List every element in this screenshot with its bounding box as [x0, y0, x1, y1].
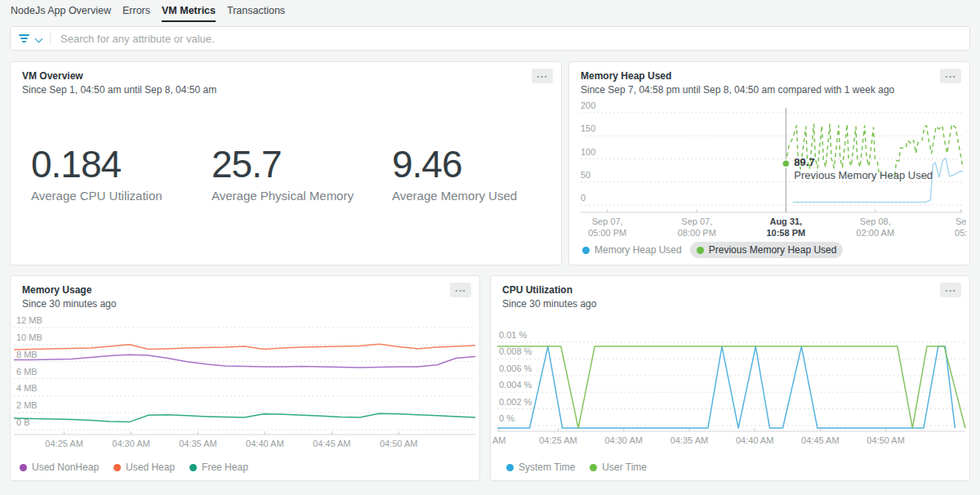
- x-axis-label: 04:25 AM: [45, 438, 82, 449]
- vm-overview-stats: 0.184Average CPU Utilization25.7Average …: [31, 145, 562, 203]
- stat-average-cpu-utilization: 0.184Average CPU Utilization: [31, 145, 212, 203]
- x-axis-label: 04:50 AM: [380, 438, 417, 449]
- y-axis-label: 4 MB: [16, 383, 38, 394]
- legend-item-system-time[interactable]: System Time: [500, 459, 581, 475]
- y-axis-label: 0.008 %: [499, 346, 532, 357]
- stat-label: Average CPU Utilization: [31, 189, 212, 203]
- stat-value: 0.184: [31, 145, 212, 183]
- x-axis-label: 04:50 AM: [866, 435, 904, 446]
- stat-average-memory-used: 9.46Average Memory Used: [392, 145, 562, 203]
- panel-subtitle: Since Sep 1, 04:50 am until Sep 8, 04:50…: [22, 84, 550, 97]
- tooltip-dot: [782, 160, 790, 167]
- memory_usage-plot-area[interactable]: [11, 276, 479, 441]
- x-axis-label: Aug 31, 10:58 PM: [766, 216, 805, 239]
- search-bar[interactable]: [10, 26, 970, 51]
- x-axis-label: 04:40 AM: [246, 438, 283, 449]
- legend-dot-icon: [114, 464, 121, 471]
- tab-nodejs-app-overview[interactable]: NodeJs App Overview: [11, 5, 111, 20]
- panel-vm-overview: VM Overview Since Sep 1, 04:50 am until …: [10, 61, 562, 265]
- x-axis-label: 04:35 AM: [670, 435, 708, 446]
- legend-dot-icon: [582, 247, 590, 254]
- y-axis-label: 100: [581, 147, 595, 158]
- legend-label: Used NonHeap: [32, 462, 99, 473]
- tooltip-label: Previous Memory Heap Used: [794, 169, 933, 182]
- panel-cpu-utilization: CPU Utilization Since 30 minutes ago 0 %…: [490, 275, 970, 481]
- legend-dot-icon: [697, 247, 704, 254]
- legend-label: Used Heap: [126, 462, 175, 473]
- search-input[interactable]: [59, 32, 961, 46]
- y-axis-label: 10 MB: [16, 332, 42, 343]
- legend-dot-icon: [20, 464, 27, 471]
- y-axis-label: 12 MB: [16, 315, 42, 326]
- y-axis-label: 0.002 %: [499, 397, 532, 408]
- chart-legend: System TimeUser Time: [500, 459, 653, 475]
- series-free-heap: [14, 413, 475, 421]
- chart-legend: Used NonHeapUsed HeapFree Heap: [13, 459, 255, 475]
- tab-errors[interactable]: Errors: [122, 5, 150, 20]
- chevron-down-icon[interactable]: [35, 35, 42, 42]
- chart-legend: Memory Heap UsedPrevious Memory Heap Use…: [576, 242, 843, 258]
- y-axis-label: 0: [581, 193, 586, 203]
- legend-dot-icon: [189, 464, 197, 471]
- x-axis-label: 04:45 AM: [801, 435, 839, 446]
- panel-memory-usage: Memory Usage Since 30 minutes ago 0 B2 M…: [10, 275, 480, 481]
- x-axis-label: Sep 07, 08:00 PM: [678, 216, 716, 239]
- legend-item-used-heap[interactable]: Used Heap: [107, 459, 181, 475]
- legend-item-previous-memory-heap-used[interactable]: Previous Memory Heap Used: [690, 242, 844, 258]
- tab-transactions[interactable]: Transactions: [227, 5, 285, 20]
- stat-value: 25.7: [212, 145, 392, 183]
- filter-lines-icon[interactable]: [19, 34, 29, 42]
- legend-dot-icon: [506, 464, 514, 471]
- y-axis-label: 50: [581, 170, 590, 181]
- y-axis-label: 0 %: [499, 413, 514, 424]
- x-axis-label: Sep 07, 05:00 PM: [588, 216, 626, 239]
- x-axis-label: 04:45 AM: [313, 438, 350, 449]
- chart-tooltip: 89.7Previous Memory Heap Used: [794, 156, 933, 182]
- y-axis-label: 6 MB: [16, 367, 38, 377]
- y-axis-label: 0.006 %: [499, 363, 532, 374]
- legend-item-memory-heap-used[interactable]: Memory Heap Used: [576, 242, 688, 258]
- search-divider: [50, 32, 51, 45]
- cpu-plot-area[interactable]: [491, 276, 969, 438]
- x-axis-label: 04:30 AM: [112, 438, 149, 449]
- tab-vm-metrics[interactable]: VM Metrics: [162, 5, 216, 22]
- panel-header: VM Overview Since Sep 1, 04:50 am until …: [11, 62, 561, 97]
- memory_heap-plot-area[interactable]: [569, 62, 969, 219]
- stat-average-physical-memory: 25.7Average Physical Memory: [212, 145, 392, 203]
- y-axis-label: 8 MB: [16, 350, 38, 360]
- legend-label: Previous Memory Heap Used: [709, 244, 837, 256]
- legend-item-used-nonheap[interactable]: Used NonHeap: [13, 459, 105, 475]
- y-axis-label: 0.01 %: [499, 330, 527, 341]
- legend-label: System Time: [519, 462, 575, 473]
- ellipsis-icon[interactable]: [532, 69, 553, 83]
- legend-dot-icon: [590, 464, 597, 471]
- legend-label: Memory Heap Used: [595, 244, 682, 256]
- y-axis-label: 0 B: [16, 417, 30, 428]
- series-used-nonheap: [14, 355, 475, 368]
- y-axis-label: 150: [581, 123, 595, 134]
- tooltip-value: 89.7: [794, 156, 933, 169]
- x-axis-label: Sep 08, 02:00 AM: [857, 216, 894, 239]
- x-axis-label: 04:25 AM: [539, 435, 577, 446]
- x-axis-label: Se 05:: [955, 216, 967, 239]
- legend-label: Free Heap: [202, 462, 248, 473]
- legend-item-free-heap[interactable]: Free Heap: [183, 459, 255, 475]
- panel-title: VM Overview: [22, 70, 550, 82]
- tab-bar: NodeJs App OverviewErrorsVM MetricsTrans…: [11, 5, 285, 22]
- y-axis-label: 200: [581, 100, 595, 111]
- stat-label: Average Memory Used: [392, 189, 562, 203]
- legend-label: User Time: [602, 462, 647, 473]
- legend-item-user-time[interactable]: User Time: [583, 459, 653, 475]
- y-axis-label: 2 MB: [16, 400, 38, 411]
- x-axis-label: 04:35 AM: [179, 438, 216, 449]
- x-axis-label: AM: [492, 435, 506, 446]
- panel-memory-heap-used: Memory Heap Used Since Sep 7, 04:58 pm u…: [568, 61, 970, 265]
- stat-value: 9.46: [392, 145, 562, 183]
- x-axis-label: 04:40 AM: [736, 435, 773, 446]
- y-axis-label: 0.004 %: [499, 380, 532, 390]
- x-axis-label: 04:30 AM: [604, 435, 642, 446]
- stat-label: Average Physical Memory: [212, 189, 392, 203]
